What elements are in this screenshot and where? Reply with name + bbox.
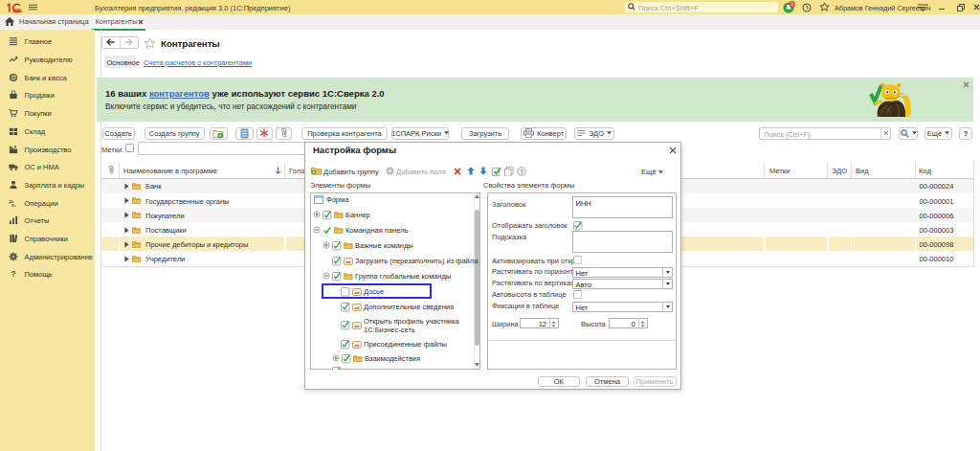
- svg-text:@: @: [10, 74, 15, 80]
- svg-text:кн: кн: [355, 304, 360, 309]
- svg-text:Кт: Кт: [11, 203, 16, 208]
- svg-text:кн: кн: [346, 259, 351, 263]
- svg-text:кн: кн: [355, 323, 360, 327]
- svg-text:?: ?: [11, 271, 15, 280]
- svg-text:3: 3: [791, 1, 793, 7]
- svg-text:?: ?: [520, 168, 523, 174]
- svg-text:кн: кн: [355, 342, 360, 347]
